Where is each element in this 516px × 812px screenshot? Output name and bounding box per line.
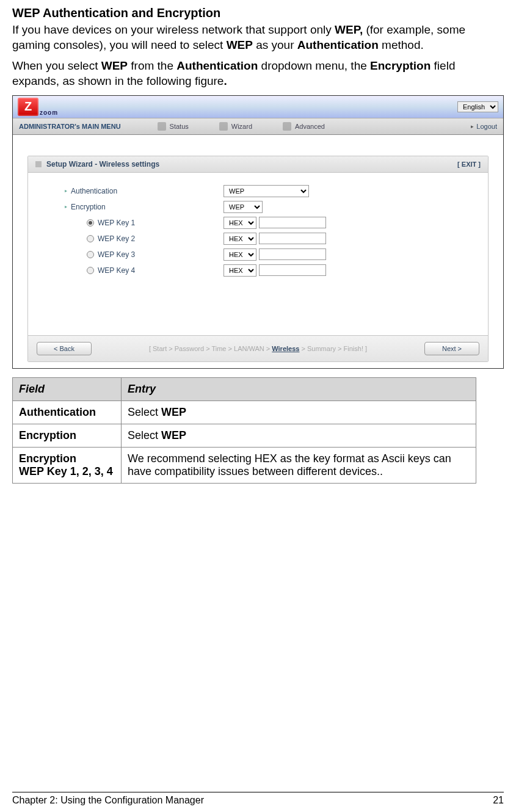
field-entry-table: Field Entry Authentication Select WEP En… bbox=[12, 377, 476, 484]
brand-text: zoom bbox=[40, 109, 58, 116]
header-field: Field bbox=[13, 377, 122, 401]
wep-key-3-radio[interactable] bbox=[87, 251, 94, 258]
crumb-summary: Summary bbox=[307, 345, 336, 352]
text: as your bbox=[253, 38, 297, 51]
form-area: ▸Authentication WEP ▸Encryption WEP WEP … bbox=[28, 173, 488, 335]
row-wep-key-1: WEP Key 1 HEX bbox=[65, 217, 470, 229]
section-title: WEP Authentication and Encryption bbox=[12, 6, 504, 20]
wizard-icon bbox=[219, 122, 228, 131]
advanced-icon bbox=[283, 122, 291, 131]
text: When you select bbox=[12, 59, 101, 72]
wizard-footer: < Back [ Start > Password > Time > LAN/W… bbox=[28, 335, 488, 361]
main-menu: ADMINISTRATOR's MAIN MENU Status Wizard … bbox=[13, 118, 503, 135]
cell-entry: We recommend selecting HEX as the key fo… bbox=[122, 447, 476, 483]
crumb-wireless: Wireless bbox=[272, 345, 299, 352]
crumb-close: ] bbox=[363, 345, 367, 352]
intro-paragraph-2: When you select WEP from the Authenticat… bbox=[12, 59, 504, 89]
table-row: Encryption WEP Key 1, 2, 3, 4 We recomme… bbox=[13, 447, 476, 483]
menu-label: Logout bbox=[476, 123, 497, 130]
menu-logout[interactable]: ▸Logout bbox=[471, 123, 497, 130]
crumb-lanwan: LAN/WAN bbox=[234, 345, 264, 352]
next-button[interactable]: Next > bbox=[424, 342, 479, 355]
wizard-panel: Setup Wizard - Wireless settings [ EXIT … bbox=[27, 156, 489, 362]
field-label: Encryption bbox=[71, 203, 106, 211]
table-header-row: Field Entry bbox=[13, 377, 476, 401]
row-wep-key-2: WEP Key 2 HEX bbox=[65, 233, 470, 245]
row-encryption: ▸Encryption WEP bbox=[65, 201, 470, 213]
wep-key-3-input[interactable] bbox=[259, 248, 326, 260]
status-icon bbox=[158, 122, 166, 131]
crumb-finish: Finish! bbox=[344, 345, 363, 352]
crumb-start: Start bbox=[153, 345, 167, 352]
menu-status[interactable]: Status bbox=[158, 122, 189, 131]
panel-icon bbox=[35, 161, 42, 167]
authentication-select[interactable]: WEP bbox=[223, 185, 309, 197]
text: method. bbox=[379, 38, 424, 51]
wep-key-4-input[interactable] bbox=[259, 264, 326, 276]
intro-paragraph-1: If you have devices on your wireless net… bbox=[12, 23, 504, 53]
text: dropdown menu, the bbox=[258, 59, 370, 72]
wep-key-2-input[interactable] bbox=[259, 233, 326, 244]
text-bold: Encryption bbox=[370, 59, 431, 72]
wep-key-2-format[interactable]: HEX bbox=[223, 233, 256, 245]
bullet-icon: ▸ bbox=[65, 188, 67, 194]
text-bold: Authentication bbox=[176, 59, 258, 72]
text: from the bbox=[128, 59, 176, 72]
crumb-password: Password bbox=[175, 345, 204, 352]
field-label: WEP Key 3 bbox=[98, 250, 135, 259]
encryption-select[interactable]: WEP bbox=[223, 201, 263, 213]
menu-label: Advanced bbox=[295, 123, 325, 130]
crumb-time: Time bbox=[211, 345, 226, 352]
cell-field: Authentication bbox=[13, 401, 122, 424]
cell-field: Encryption WEP Key 1, 2, 3, 4 bbox=[13, 447, 122, 483]
wizard-header: Setup Wizard - Wireless settings [ EXIT … bbox=[28, 156, 488, 173]
row-wep-key-4: WEP Key 4 HEX bbox=[65, 264, 470, 277]
text-bold: . bbox=[223, 74, 227, 87]
table-row: Authentication Select WEP bbox=[13, 401, 476, 424]
wep-key-4-format[interactable]: HEX bbox=[223, 264, 256, 277]
menu-wizard[interactable]: Wizard bbox=[219, 122, 252, 131]
wep-key-1-input[interactable] bbox=[259, 217, 326, 228]
text: If you have devices on your wireless net… bbox=[12, 23, 335, 36]
logo-icon: Z bbox=[18, 98, 38, 116]
top-bar: Z zoom English bbox=[13, 96, 503, 118]
field-label: Authentication bbox=[71, 187, 117, 195]
exit-link[interactable]: [ EXIT ] bbox=[457, 161, 481, 168]
field-label: WEP Key 1 bbox=[98, 219, 135, 227]
text-bold: WEP bbox=[101, 59, 128, 72]
menu-advanced[interactable]: Advanced bbox=[283, 122, 325, 131]
wep-key-2-radio[interactable] bbox=[87, 235, 94, 242]
wep-key-4-radio[interactable] bbox=[87, 267, 94, 274]
menu-title: ADMINISTRATOR's MAIN MENU bbox=[19, 123, 121, 130]
header-entry: Entry bbox=[122, 377, 476, 401]
page-footer: Chapter 2: Using the Configuration Manag… bbox=[12, 792, 504, 806]
row-wep-key-3: WEP Key 3 HEX bbox=[65, 248, 470, 261]
wep-key-1-radio[interactable] bbox=[87, 219, 94, 227]
footer-chapter: Chapter 2: Using the Configuration Manag… bbox=[12, 795, 204, 806]
footer-page-number: 21 bbox=[493, 795, 504, 806]
row-authentication: ▸Authentication WEP bbox=[65, 185, 470, 197]
text-bold: WEP bbox=[227, 38, 253, 51]
cell-entry: Select WEP bbox=[122, 401, 476, 424]
logo-area: Z zoom bbox=[18, 98, 58, 116]
cell-entry: Select WEP bbox=[122, 424, 476, 447]
menu-label: Status bbox=[170, 123, 189, 130]
text-bold: Authentication bbox=[297, 38, 379, 51]
wep-key-1-format[interactable]: HEX bbox=[223, 217, 256, 229]
cell-field: Encryption bbox=[13, 424, 122, 447]
back-button[interactable]: < Back bbox=[37, 342, 92, 355]
text-bold: WEP, bbox=[335, 23, 363, 36]
table-row: Encryption Select WEP bbox=[13, 424, 476, 447]
router-screenshot: Z zoom English ADMINISTRATOR's MAIN MENU… bbox=[12, 95, 504, 369]
language-select[interactable]: English bbox=[457, 101, 498, 112]
chevron-icon: ▸ bbox=[471, 123, 474, 129]
wizard-breadcrumb: [ Start > Password > Time > LAN/WAN > Wi… bbox=[92, 345, 424, 352]
field-label: WEP Key 4 bbox=[98, 266, 135, 275]
field-label: WEP Key 2 bbox=[98, 234, 135, 243]
wep-key-3-format[interactable]: HEX bbox=[223, 248, 256, 261]
bullet-icon: ▸ bbox=[65, 204, 67, 209]
wizard-title: Setup Wizard - Wireless settings bbox=[46, 160, 159, 169]
menu-label: Wizard bbox=[231, 123, 252, 130]
